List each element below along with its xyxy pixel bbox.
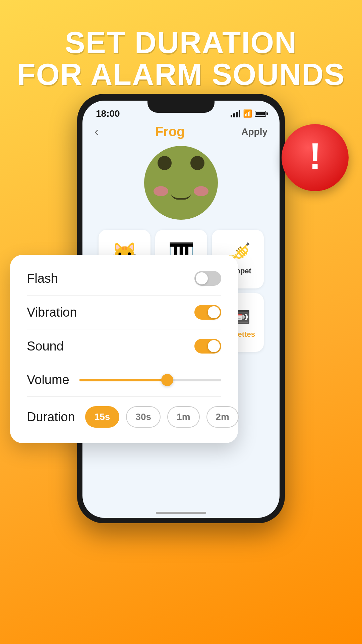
flash-row: Flash: [27, 262, 221, 296]
vibration-toggle-knob: [208, 306, 220, 318]
duration-row: Duration 15s 30s 1m 2m: [27, 397, 221, 431]
vibration-toggle[interactable]: [194, 305, 221, 320]
frog-cheek-left: [154, 186, 168, 196]
phone-notch: [147, 101, 215, 113]
exclamation-icon: !: [309, 138, 321, 174]
vibration-row: Vibration: [27, 296, 221, 329]
duration-15s[interactable]: 15s: [85, 406, 120, 428]
duration-30s[interactable]: 30s: [126, 406, 161, 428]
settings-panel: Flash Vibration Sound Volume Duration 15…: [10, 255, 238, 443]
wifi-icon: 📶: [243, 109, 252, 118]
status-time: 18:00: [96, 108, 120, 119]
volume-slider[interactable]: [79, 379, 221, 381]
frog-cheek-right: [194, 186, 208, 196]
sound-label: Sound: [27, 339, 64, 354]
flash-label: Flash: [27, 271, 58, 286]
frog-mouth: [171, 193, 191, 200]
apply-button[interactable]: Apply: [241, 126, 267, 137]
frog-face-details: [144, 146, 218, 220]
frog-image-area: [82, 143, 280, 226]
vibration-label: Vibration: [27, 305, 77, 320]
status-icons: 📶: [231, 109, 266, 118]
duration-1m[interactable]: 1m: [167, 406, 199, 428]
flash-toggle[interactable]: [194, 271, 221, 286]
duration-2m[interactable]: 2m: [206, 406, 239, 428]
sound-row: Sound: [27, 329, 221, 363]
battery-icon: [255, 111, 266, 117]
home-indicator: [156, 512, 206, 514]
volume-label: Volume: [27, 373, 69, 387]
volume-slider-fill: [79, 379, 167, 381]
flash-toggle-knob: [196, 272, 208, 284]
volume-row: Volume: [27, 363, 221, 397]
screen-title: Frog: [155, 124, 185, 139]
sound-toggle-knob: [208, 340, 220, 352]
volume-slider-thumb[interactable]: [161, 374, 173, 386]
frog-face: [144, 146, 218, 220]
signal-icon: [231, 110, 240, 117]
alert-circle: !: [282, 124, 349, 191]
duration-label: Duration: [27, 410, 75, 424]
page-title: SET DURATION FOR ALARM SOUNDS: [17, 27, 345, 90]
nav-bar: ‹ Frog Apply: [82, 121, 280, 143]
sound-toggle[interactable]: [194, 339, 221, 354]
back-button[interactable]: ‹: [95, 125, 99, 139]
